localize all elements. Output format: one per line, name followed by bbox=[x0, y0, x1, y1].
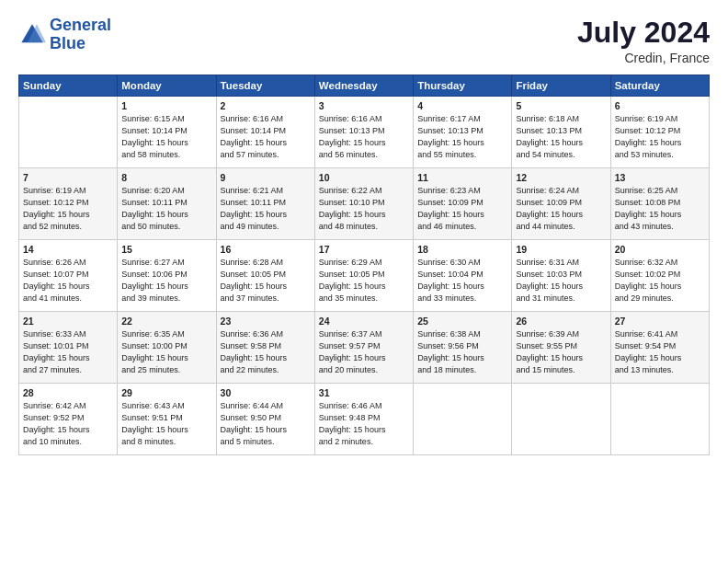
calendar-cell: 17Sunrise: 6:29 AMSunset: 10:05 PMDaylig… bbox=[314, 240, 413, 312]
month-title: July 2024 bbox=[577, 17, 710, 49]
day-info: Sunrise: 6:42 AMSunset: 9:52 PMDaylight:… bbox=[23, 400, 113, 448]
calendar-cell: 8Sunrise: 6:20 AMSunset: 10:11 PMDayligh… bbox=[118, 168, 216, 240]
day-info: Sunrise: 6:16 AMSunset: 10:13 PMDaylight… bbox=[319, 113, 409, 161]
calendar-cell: 18Sunrise: 6:30 AMSunset: 10:04 PMDaylig… bbox=[414, 240, 512, 312]
weekday-header-wednesday: Wednesday bbox=[314, 75, 413, 97]
weekday-header-monday: Monday bbox=[118, 75, 216, 97]
calendar-cell bbox=[610, 384, 709, 455]
day-number: 23 bbox=[221, 316, 311, 327]
calendar-cell: 1Sunrise: 6:15 AMSunset: 10:14 PMDayligh… bbox=[118, 97, 216, 168]
calendar-cell: 19Sunrise: 6:31 AMSunset: 10:03 PMDaylig… bbox=[512, 240, 610, 312]
week-row-1: 1Sunrise: 6:15 AMSunset: 10:14 PMDayligh… bbox=[19, 97, 710, 168]
logo-line2: Blue bbox=[50, 34, 85, 52]
day-number: 5 bbox=[516, 100, 606, 111]
day-info: Sunrise: 6:38 AMSunset: 9:56 PMDaylight:… bbox=[417, 328, 507, 376]
day-number: 7 bbox=[23, 172, 113, 183]
day-info: Sunrise: 6:30 AMSunset: 10:04 PMDaylight… bbox=[417, 257, 507, 304]
day-info: Sunrise: 6:35 AMSunset: 10:00 PMDaylight… bbox=[121, 328, 211, 376]
calendar-cell: 24Sunrise: 6:37 AMSunset: 9:57 PMDayligh… bbox=[314, 312, 413, 384]
calendar-cell: 22Sunrise: 6:35 AMSunset: 10:00 PMDaylig… bbox=[118, 312, 216, 384]
day-info: Sunrise: 6:41 AMSunset: 9:54 PMDaylight:… bbox=[615, 328, 705, 376]
calendar-cell: 26Sunrise: 6:39 AMSunset: 9:55 PMDayligh… bbox=[512, 312, 610, 384]
day-info: Sunrise: 6:28 AMSunset: 10:05 PMDaylight… bbox=[221, 257, 311, 304]
day-info: Sunrise: 6:33 AMSunset: 10:01 PMDaylight… bbox=[23, 328, 113, 376]
calendar-cell: 15Sunrise: 6:27 AMSunset: 10:06 PMDaylig… bbox=[118, 240, 216, 312]
calendar-cell: 29Sunrise: 6:43 AMSunset: 9:51 PMDayligh… bbox=[118, 384, 216, 455]
calendar-table: SundayMondayTuesdayWednesdayThursdayFrid… bbox=[18, 75, 710, 455]
day-number: 18 bbox=[417, 244, 507, 255]
calendar-cell: 12Sunrise: 6:24 AMSunset: 10:09 PMDaylig… bbox=[512, 168, 610, 240]
day-info: Sunrise: 6:31 AMSunset: 10:03 PMDaylight… bbox=[516, 257, 606, 304]
day-info: Sunrise: 6:44 AMSunset: 9:50 PMDaylight:… bbox=[221, 400, 311, 448]
day-number: 26 bbox=[516, 316, 606, 327]
calendar-cell: 21Sunrise: 6:33 AMSunset: 10:01 PMDaylig… bbox=[19, 312, 118, 384]
week-row-3: 14Sunrise: 6:26 AMSunset: 10:07 PMDaylig… bbox=[19, 240, 710, 312]
day-info: Sunrise: 6:26 AMSunset: 10:07 PMDaylight… bbox=[23, 257, 113, 304]
day-number: 22 bbox=[121, 316, 211, 327]
day-number: 29 bbox=[121, 387, 211, 398]
calendar-cell: 27Sunrise: 6:41 AMSunset: 9:54 PMDayligh… bbox=[610, 312, 709, 384]
day-number: 8 bbox=[121, 172, 211, 183]
day-info: Sunrise: 6:32 AMSunset: 10:02 PMDaylight… bbox=[615, 257, 705, 304]
calendar-cell: 10Sunrise: 6:22 AMSunset: 10:10 PMDaylig… bbox=[314, 168, 413, 240]
day-number: 21 bbox=[23, 316, 113, 327]
day-number: 3 bbox=[319, 100, 409, 111]
calendar-cell: 30Sunrise: 6:44 AMSunset: 9:50 PMDayligh… bbox=[216, 384, 314, 455]
day-info: Sunrise: 6:43 AMSunset: 9:51 PMDaylight:… bbox=[121, 400, 211, 448]
day-info: Sunrise: 6:36 AMSunset: 9:58 PMDaylight:… bbox=[221, 328, 311, 376]
weekday-header-friday: Friday bbox=[512, 75, 610, 97]
day-info: Sunrise: 6:25 AMSunset: 10:08 PMDaylight… bbox=[615, 185, 705, 233]
calendar-cell: 25Sunrise: 6:38 AMSunset: 9:56 PMDayligh… bbox=[414, 312, 512, 384]
day-info: Sunrise: 6:20 AMSunset: 10:11 PMDaylight… bbox=[121, 185, 211, 233]
logo-text: General Blue bbox=[50, 17, 111, 53]
day-info: Sunrise: 6:37 AMSunset: 9:57 PMDaylight:… bbox=[319, 328, 409, 376]
day-number: 19 bbox=[516, 244, 606, 255]
day-info: Sunrise: 6:15 AMSunset: 10:14 PMDaylight… bbox=[121, 113, 211, 161]
title-block: July 2024 Credin, France bbox=[577, 17, 710, 65]
day-number: 17 bbox=[319, 244, 409, 255]
calendar-cell: 6Sunrise: 6:19 AMSunset: 10:12 PMDayligh… bbox=[610, 97, 709, 168]
day-info: Sunrise: 6:46 AMSunset: 9:48 PMDaylight:… bbox=[319, 400, 409, 448]
header: General Blue July 2024 Credin, France bbox=[18, 17, 710, 65]
day-info: Sunrise: 6:19 AMSunset: 10:12 PMDaylight… bbox=[615, 113, 705, 161]
day-number: 13 bbox=[615, 172, 705, 183]
weekday-header-row: SundayMondayTuesdayWednesdayThursdayFrid… bbox=[19, 75, 710, 97]
day-number: 1 bbox=[121, 100, 211, 111]
calendar-cell: 20Sunrise: 6:32 AMSunset: 10:02 PMDaylig… bbox=[610, 240, 709, 312]
calendar-cell: 14Sunrise: 6:26 AMSunset: 10:07 PMDaylig… bbox=[19, 240, 118, 312]
calendar-cell: 31Sunrise: 6:46 AMSunset: 9:48 PMDayligh… bbox=[314, 384, 413, 455]
logo-icon bbox=[18, 21, 46, 49]
calendar-cell: 9Sunrise: 6:21 AMSunset: 10:11 PMDayligh… bbox=[216, 168, 314, 240]
calendar-cell bbox=[414, 384, 512, 455]
day-number: 10 bbox=[319, 172, 409, 183]
day-number: 27 bbox=[615, 316, 705, 327]
day-info: Sunrise: 6:16 AMSunset: 10:14 PMDaylight… bbox=[221, 113, 311, 161]
day-number: 2 bbox=[221, 100, 311, 111]
calendar-cell: 5Sunrise: 6:18 AMSunset: 10:13 PMDayligh… bbox=[512, 97, 610, 168]
week-row-2: 7Sunrise: 6:19 AMSunset: 10:12 PMDayligh… bbox=[19, 168, 710, 240]
calendar-cell: 11Sunrise: 6:23 AMSunset: 10:09 PMDaylig… bbox=[414, 168, 512, 240]
weekday-header-sunday: Sunday bbox=[19, 75, 118, 97]
weekday-header-thursday: Thursday bbox=[414, 75, 512, 97]
week-row-4: 21Sunrise: 6:33 AMSunset: 10:01 PMDaylig… bbox=[19, 312, 710, 384]
day-number: 6 bbox=[615, 100, 705, 111]
day-number: 31 bbox=[319, 387, 409, 398]
day-info: Sunrise: 6:24 AMSunset: 10:09 PMDaylight… bbox=[516, 185, 606, 233]
day-info: Sunrise: 6:39 AMSunset: 9:55 PMDaylight:… bbox=[516, 328, 606, 376]
day-info: Sunrise: 6:17 AMSunset: 10:13 PMDaylight… bbox=[417, 113, 507, 161]
day-info: Sunrise: 6:22 AMSunset: 10:10 PMDaylight… bbox=[319, 185, 409, 233]
page: General Blue July 2024 Credin, France Su… bbox=[0, 0, 728, 563]
day-number: 16 bbox=[221, 244, 311, 255]
day-number: 30 bbox=[221, 387, 311, 398]
day-number: 20 bbox=[615, 244, 705, 255]
logo: General Blue bbox=[18, 17, 111, 53]
calendar-cell bbox=[512, 384, 610, 455]
weekday-header-saturday: Saturday bbox=[610, 75, 709, 97]
calendar-cell: 28Sunrise: 6:42 AMSunset: 9:52 PMDayligh… bbox=[19, 384, 118, 455]
weekday-header-tuesday: Tuesday bbox=[216, 75, 314, 97]
day-number: 14 bbox=[23, 244, 113, 255]
day-number: 24 bbox=[319, 316, 409, 327]
day-number: 11 bbox=[417, 172, 507, 183]
calendar-cell: 13Sunrise: 6:25 AMSunset: 10:08 PMDaylig… bbox=[610, 168, 709, 240]
day-info: Sunrise: 6:18 AMSunset: 10:13 PMDaylight… bbox=[516, 113, 606, 161]
